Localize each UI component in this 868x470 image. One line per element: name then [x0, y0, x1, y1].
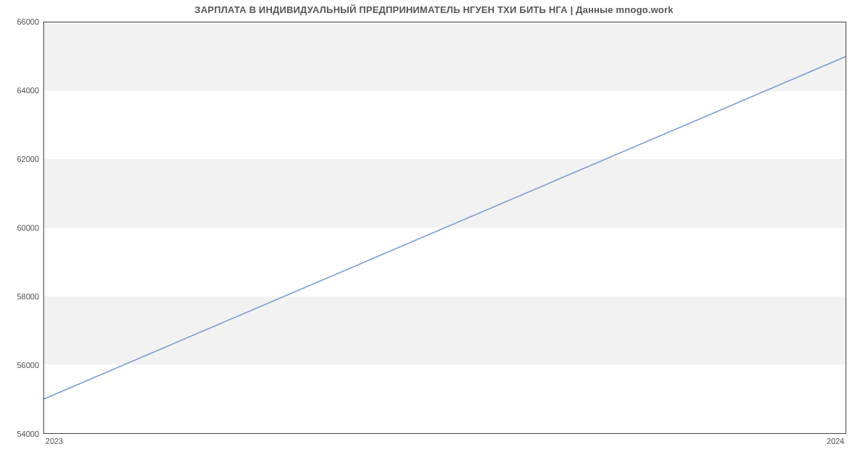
salary-line-chart: ЗАРПЛАТА В ИНДИВИДУАЛЬНЫЙ ПРЕДПРИНИМАТЕЛ…: [0, 0, 868, 470]
y-tick-64000: 64000: [3, 86, 39, 95]
x-tick-2023: 2023: [46, 437, 63, 445]
y-tick-60000: 60000: [3, 223, 39, 232]
y-tick-54000: 54000: [3, 430, 39, 438]
line-layer: [44, 22, 846, 433]
chart-title: ЗАРПЛАТА В ИНДИВИДУАЛЬНЫЙ ПРЕДПРИНИМАТЕЛ…: [0, 4, 868, 15]
y-tick-66000: 66000: [3, 17, 39, 26]
salary-series-line: [44, 56, 846, 398]
y-tick-58000: 58000: [3, 292, 39, 301]
plot-area: [43, 22, 846, 434]
y-tick-56000: 56000: [3, 361, 39, 369]
x-tick-2024: 2024: [827, 437, 844, 445]
y-tick-62000: 62000: [3, 155, 39, 163]
